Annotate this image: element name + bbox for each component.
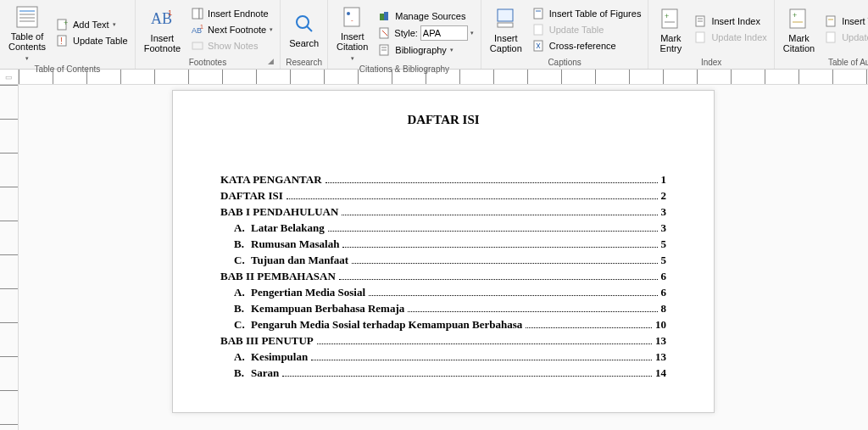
svg-rect-43 xyxy=(826,16,835,26)
toc-line: BAB I PENDAHULUAN3 xyxy=(220,205,666,219)
show-notes-button[interactable]: Show Notes xyxy=(187,38,276,53)
table-of-contents-button[interactable]: Table of Contents ▾ xyxy=(3,2,51,64)
bibliography-button[interactable]: Bibliography ▾ xyxy=(375,42,477,58)
svg-rect-15 xyxy=(192,42,203,49)
toc-label: Pengaruh Media Sosial terhadap Kemampuan… xyxy=(251,318,522,332)
workspace: DAFTAR ISI KATA PENGANTAR1DAFTAR ISI2BAB… xyxy=(0,85,868,430)
update-table-icon: ! xyxy=(56,34,70,47)
show-notes-icon xyxy=(191,39,204,53)
manage-sources-button[interactable]: Manage Sources xyxy=(375,8,477,24)
insert-caption-button[interactable]: Insert Caption xyxy=(485,2,527,57)
mark-entry-icon: + xyxy=(657,5,684,32)
next-footnote-button[interactable]: AB1 Next Footnote ▾ xyxy=(187,22,276,37)
toc-leader-dots xyxy=(287,198,658,199)
mark-citation-icon: + xyxy=(785,5,812,32)
manage-sources-icon xyxy=(378,9,392,23)
style-icon xyxy=(378,26,392,40)
group-table-of-contents: Table of Contents ▾ + Add Text ▾ ! Updat… xyxy=(0,0,136,69)
document-canvas[interactable]: DAFTAR ISI KATA PENGANTAR1DAFTAR ISI2BAB… xyxy=(19,85,868,430)
insert-table-of-authorities-label: Insert Table of Authorities xyxy=(842,16,868,26)
toc-label: Rumusan Masalah xyxy=(251,237,339,251)
toc-label: Kesimpulan xyxy=(251,350,308,364)
toc-letter: A. xyxy=(234,221,251,235)
vertical-ruler[interactable] xyxy=(0,85,19,430)
next-footnote-label: Next Footnote xyxy=(208,25,266,35)
toc-line: B.Kemampuan Berbahasa Remaja8 xyxy=(220,302,666,316)
captions-update-table-button[interactable]: Update Table xyxy=(529,22,645,37)
insert-endnote-label: Insert Endnote xyxy=(208,8,269,19)
toc-line: BAB III PENUTUP13 xyxy=(220,334,666,348)
update-table-button[interactable]: ! Update Table xyxy=(53,33,131,48)
citation-icon: - xyxy=(339,3,366,31)
chevron-down-icon[interactable]: ▾ xyxy=(470,30,474,36)
caption-icon xyxy=(492,5,520,32)
cross-reference-button[interactable]: Cross-reference xyxy=(529,38,645,53)
toc-label: Saran xyxy=(251,366,279,380)
update-index-icon xyxy=(694,31,708,44)
insert-table-of-authorities-button[interactable]: Insert Table of Authorities xyxy=(821,14,868,29)
group-label-authorities: Table of Authorities xyxy=(778,57,868,69)
toc-page-number: 6 xyxy=(661,270,667,283)
chevron-down-icon: ▾ xyxy=(270,26,273,33)
toc-line: BAB II PEMBAHASAN6 xyxy=(220,270,666,283)
svg-rect-27 xyxy=(498,9,513,21)
bibliography-icon xyxy=(378,43,392,57)
insert-citation-label: Insert Citation xyxy=(337,31,368,52)
mark-citation-button[interactable]: + Mark Citation xyxy=(778,2,820,57)
page-title: DAFTAR ISI xyxy=(220,113,666,127)
toc-page-number: 8 xyxy=(661,302,667,316)
ruler-h-scale xyxy=(19,70,868,84)
svg-point-16 xyxy=(297,16,309,28)
figures-icon xyxy=(532,7,546,20)
search-icon xyxy=(291,10,318,37)
svg-line-17 xyxy=(307,26,312,31)
update-index-button[interactable]: Update Index xyxy=(691,30,770,45)
group-label-index: Index xyxy=(652,57,770,69)
insert-index-button[interactable]: Insert Index xyxy=(691,14,770,29)
footnotes-dialog-launcher[interactable]: ◢ xyxy=(268,57,278,67)
toc-page-number: 13 xyxy=(655,350,666,364)
toc-leader-dots xyxy=(339,279,658,280)
toc-line: A.Kesimpulan13 xyxy=(220,350,666,364)
group-index: + Mark Entry Insert Index Update Index I… xyxy=(648,0,774,69)
toc-label: Pengertian Media Sosial xyxy=(251,286,365,299)
chevron-down-icon: ▾ xyxy=(113,21,116,28)
authorities-update-button[interactable]: Update Table xyxy=(821,30,868,45)
insert-endnote-button[interactable]: Insert Endnote xyxy=(187,6,276,21)
toc-button-label: Table of Contents xyxy=(8,31,46,52)
add-text-button[interactable]: + Add Text ▾ xyxy=(53,17,131,32)
toc-letter: B. xyxy=(234,237,251,251)
toc-leader-dots xyxy=(352,263,657,264)
toc-label: Latar Belakang xyxy=(251,221,325,235)
toc-label: DAFTAR ISI xyxy=(220,189,283,203)
toc-page-number: 6 xyxy=(661,286,667,299)
toc-leader-dots xyxy=(326,182,658,183)
svg-text:-: - xyxy=(351,16,353,24)
add-text-icon: + xyxy=(56,18,70,31)
group-label-footnotes: Footnotes xyxy=(139,57,277,69)
toc-page-number: 13 xyxy=(655,334,666,348)
group-citations: - Insert Citation ▾ Manage Sources Style… xyxy=(328,0,481,69)
insert-citation-button[interactable]: - Insert Citation ▾ xyxy=(331,2,373,64)
toc-leader-dots xyxy=(311,360,652,360)
horizontal-ruler[interactable]: ▭ xyxy=(0,70,868,85)
toc-leader-dots xyxy=(369,295,657,296)
svg-rect-12 xyxy=(199,8,203,19)
document-page[interactable]: DAFTAR ISI KATA PENGANTAR1DAFTAR ISI2BAB… xyxy=(172,90,715,413)
insert-footnote-button[interactable]: AB1 Insert Footnote xyxy=(139,2,186,57)
group-label-research: Research xyxy=(284,57,324,69)
svg-rect-45 xyxy=(826,32,835,42)
toc-line: B.Rumusan Masalah5 xyxy=(220,237,666,251)
search-button[interactable]: Search xyxy=(284,2,324,57)
toc-page-number: 3 xyxy=(661,205,667,219)
svg-rect-29 xyxy=(534,8,542,19)
toc-letter: C. xyxy=(234,254,251,267)
svg-text:+: + xyxy=(665,12,669,20)
mark-entry-button[interactable]: + Mark Entry xyxy=(652,2,689,57)
toc-leader-dots xyxy=(328,231,658,232)
insert-footnote-label: Insert Footnote xyxy=(144,33,181,53)
toc-leader-dots xyxy=(317,343,652,344)
citation-style-select[interactable] xyxy=(420,25,468,41)
insert-table-of-figures-button[interactable]: Insert Table of Figures xyxy=(529,6,645,21)
svg-text:1: 1 xyxy=(200,24,203,30)
